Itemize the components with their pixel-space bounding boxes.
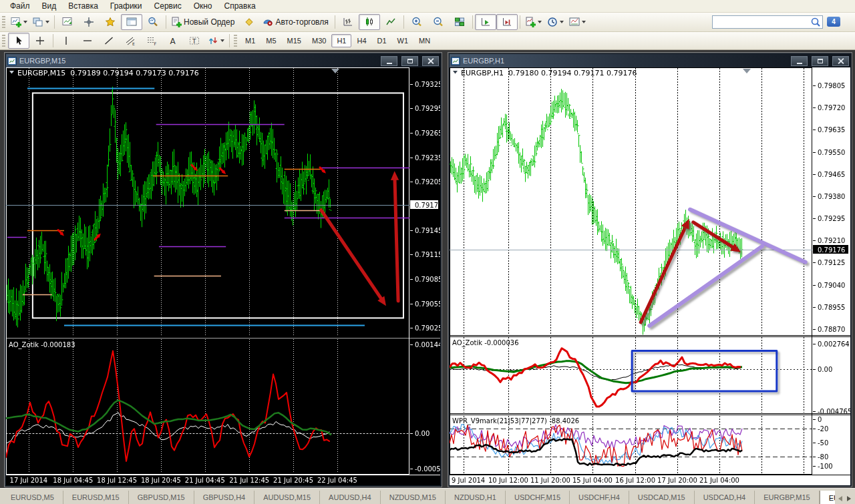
data-window-button[interactable] — [78, 14, 100, 30]
left-chart-canvas[interactable] — [6, 67, 440, 485]
text-label-button[interactable]: T — [184, 33, 205, 49]
window-titlebar[interactable]: EURGBP,H1 — [450, 54, 850, 67]
vertical-line-button[interactable] — [55, 33, 77, 49]
autoscroll-button[interactable] — [475, 14, 496, 30]
mt4-application: ФайлВидВставкаГрафикиСервисОкноСправка — [0, 0, 855, 504]
channel-icon: E — [125, 35, 136, 46]
crosshair-tool-button[interactable] — [29, 33, 51, 49]
chart-tab-gbpusd-m15[interactable]: GBPUSD,M15 — [129, 491, 194, 504]
bar-chart-button[interactable] — [337, 14, 359, 30]
close-button[interactable] — [832, 56, 849, 66]
arrows-tool-button[interactable] — [205, 33, 227, 49]
toolbar-separator — [229, 34, 230, 47]
timeframe-w1-button[interactable]: W1 — [392, 34, 414, 47]
dropdown-caret-icon — [582, 21, 586, 23]
channel-button[interactable]: E — [120, 33, 141, 49]
chart-tab-usdcad-h4[interactable]: USDCAD,H4 — [695, 491, 755, 504]
chart-window-eurgbp-h1: EURGBP,H1 — [448, 52, 852, 487]
chart-tab-audusd-h4[interactable]: AUDUSD,H4 — [320, 491, 381, 504]
candlestick-chart-button[interactable] — [359, 14, 380, 30]
maximize-button[interactable] — [401, 56, 418, 66]
timeframe-mn-button[interactable]: MN — [413, 34, 436, 47]
toolbar-grip[interactable] — [2, 35, 5, 47]
chart-tab-eurusd-m15[interactable]: EURUSD,M15 — [63, 491, 129, 504]
right-chart-canvas[interactable] — [450, 67, 850, 485]
tile-windows-button[interactable] — [449, 14, 470, 30]
menu-item-[interactable]: Файл — [4, 1, 36, 11]
minimize-button[interactable] — [791, 56, 808, 66]
zoom-in-button[interactable] — [406, 14, 428, 30]
star-icon — [105, 17, 116, 27]
profiles-button[interactable] — [30, 14, 52, 30]
autotrade-button[interactable]: Авто-торговля — [260, 14, 332, 30]
market-watch-icon — [62, 17, 73, 27]
timeframe-m1-button[interactable]: M1 — [240, 34, 261, 47]
chart-tab-nzdusd-h1[interactable]: NZDUSD,H1 — [446, 491, 506, 504]
menu-item-[interactable]: Графики — [104, 1, 148, 11]
svg-text:F: F — [154, 41, 157, 46]
timeframe-h4-button[interactable]: H4 — [351, 34, 371, 47]
toolbar-separator — [166, 15, 166, 29]
chart-tab-eurgbp-h1[interactable]: EURGBP,H1 — [820, 491, 835, 504]
menu-item-[interactable]: Сервис — [148, 1, 188, 11]
text-tool-button[interactable]: A — [162, 33, 184, 49]
periods-button[interactable] — [544, 14, 566, 30]
trendline-button[interactable] — [98, 33, 120, 49]
zoom-out-button[interactable] — [428, 14, 449, 30]
toolbar-drawing: E F A T M1M5M15M30H1H4D1W1MN — [0, 32, 855, 50]
chart-tab-usdchf-h4[interactable]: USDCHF,H4 — [570, 491, 629, 504]
terminal-button[interactable] — [121, 14, 142, 30]
zoom-out-icon — [433, 17, 444, 27]
fibonacci-button[interactable]: F — [141, 33, 162, 49]
crosshair-icon — [83, 17, 94, 27]
timeframe-m15-button[interactable]: M15 — [282, 34, 307, 47]
chart-tab-usdcad-m15[interactable]: USDCAD,M15 — [629, 491, 695, 504]
notification-badge[interactable]: 4 — [827, 17, 840, 27]
chart-tab-eurusd-m5[interactable]: EURUSD,M5 — [2, 491, 63, 504]
tabs-scroll-right[interactable] — [845, 493, 855, 504]
window-titlebar[interactable]: EURGBP,M15 — [6, 54, 440, 67]
tabs-scroll-left[interactable] — [835, 493, 845, 504]
timeframes-bar: M1M5M15M30H1H4D1W1MN — [240, 34, 436, 47]
timeframe-h1-button[interactable]: H1 — [331, 34, 351, 47]
navigator-button[interactable] — [100, 14, 121, 30]
maximize-button[interactable] — [812, 56, 828, 66]
toolbar-grip[interactable] — [234, 35, 237, 47]
chart-shift-button[interactable] — [496, 14, 518, 30]
line-chart-button[interactable] — [380, 14, 401, 30]
minimize-button[interactable] — [381, 56, 397, 66]
chart-tab-nzdusd-m15[interactable]: NZDUSD,M15 — [381, 491, 446, 504]
metaeditor-button[interactable] — [238, 14, 260, 30]
toolbar-separator — [520, 15, 520, 29]
strategy-tester-button[interactable] — [142, 14, 164, 30]
new-order-button[interactable]: Новый Ордер — [168, 14, 238, 30]
chart-tab-usdchf-m15[interactable]: USDCHF,M15 — [506, 491, 570, 504]
menubar: ФайлВидВставкаГрафикиСервисОкноСправка — [0, 0, 855, 13]
search-input[interactable] — [713, 17, 810, 27]
timeframe-d1-button[interactable]: D1 — [372, 34, 392, 47]
templates-button[interactable] — [566, 14, 588, 30]
text-label-icon: T — [189, 35, 200, 46]
search-icon[interactable] — [810, 17, 821, 27]
autotrade-label: Авто-торговля — [275, 17, 329, 27]
chart-tab-eurgbp-m15[interactable]: EURGBP,M15 — [755, 491, 820, 504]
line-chart-icon — [385, 17, 396, 27]
timeframe-m30-button[interactable]: M30 — [307, 34, 331, 47]
new-chart-button[interactable] — [8, 14, 30, 30]
market-watch-button[interactable] — [57, 14, 78, 30]
menu-item-[interactable]: Вставка — [62, 1, 104, 11]
chart-tabs: EURUSD,M5EURUSD,M15GBPUSD,M15GBPUSD,H4AU… — [0, 491, 835, 504]
cursor-button[interactable] — [8, 33, 29, 49]
close-button[interactable] — [422, 56, 439, 66]
chart-tab-audusd-m15[interactable]: AUDUSD,M15 — [254, 491, 320, 504]
menu-item-[interactable]: Вид — [36, 1, 63, 11]
toolbar-separator — [335, 15, 335, 29]
menu-item-[interactable]: Справка — [218, 1, 262, 11]
horizontal-line-button[interactable] — [77, 33, 98, 49]
indicators-button[interactable] — [522, 14, 544, 30]
menu-item-[interactable]: Окно — [188, 1, 218, 11]
toolbar-grip[interactable] — [2, 16, 5, 28]
timeframe-m5-button[interactable]: M5 — [261, 34, 281, 47]
chart-tab-gbpusd-h4[interactable]: GBPUSD,H4 — [194, 491, 255, 504]
fibonacci-icon: F — [146, 35, 157, 46]
